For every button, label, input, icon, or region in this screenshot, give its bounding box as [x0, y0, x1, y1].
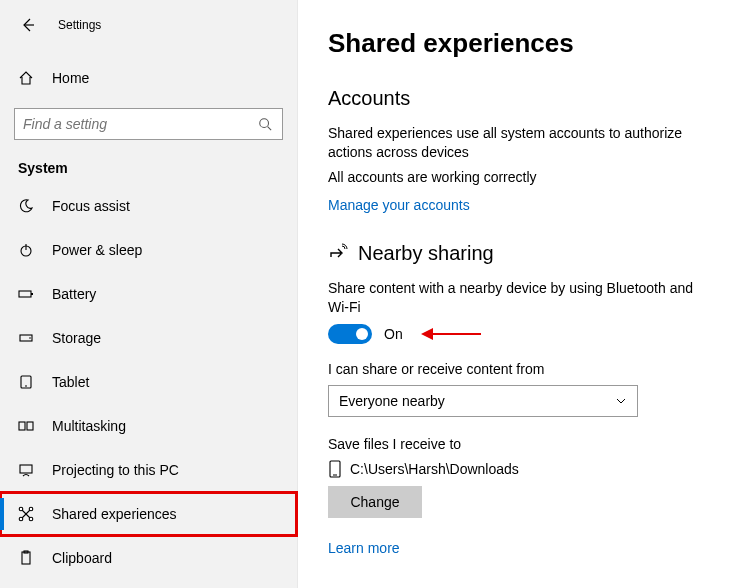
nearby-desc: Share content with a nearby device by us…	[328, 279, 714, 317]
category-label: System	[0, 148, 297, 184]
nav-label: Tablet	[52, 374, 89, 390]
svg-point-8	[29, 337, 31, 339]
svg-rect-12	[27, 422, 33, 430]
change-button[interactable]: Change	[328, 486, 422, 518]
nav-label: Battery	[52, 286, 96, 302]
nav-home-label: Home	[52, 70, 89, 86]
learn-more-link[interactable]: Learn more	[328, 540, 400, 556]
tablet-icon	[18, 374, 34, 390]
back-button[interactable]	[14, 11, 42, 39]
save-path-text: C:\Users\Harsh\Downloads	[350, 461, 519, 477]
share-icon	[328, 243, 348, 263]
window-title: Settings	[58, 18, 101, 32]
accounts-desc: Shared experiences use all system accoun…	[328, 124, 714, 162]
share-source-select[interactable]: Everyone nearby	[328, 385, 638, 417]
annotation-arrow	[421, 333, 481, 335]
svg-rect-6	[31, 293, 33, 295]
nav-item-shared-experiences[interactable]: Shared experiences	[0, 492, 297, 536]
nav-item-multitasking[interactable]: Multitasking	[0, 404, 297, 448]
search-icon	[258, 117, 274, 131]
nav-label: Storage	[52, 330, 101, 346]
projecting-icon	[18, 462, 34, 478]
nav-label: Focus assist	[52, 198, 130, 214]
nearby-heading-text: Nearby sharing	[358, 242, 494, 265]
svg-point-18	[19, 517, 23, 521]
shared-experiences-icon	[18, 506, 34, 522]
svg-line-2	[268, 127, 272, 131]
arrow-left-icon	[20, 17, 36, 33]
svg-rect-20	[22, 552, 30, 564]
select-value: Everyone nearby	[339, 393, 445, 409]
save-to-label: Save files I receive to	[328, 435, 714, 454]
nav-item-tablet[interactable]: Tablet	[0, 360, 297, 404]
accounts-status: All accounts are working correctly	[328, 168, 714, 187]
nearby-sharing-toggle[interactable]	[328, 324, 372, 344]
svg-point-19	[29, 517, 33, 521]
nav-item-projecting[interactable]: Projecting to this PC	[0, 448, 297, 492]
nearby-toggle-row: On	[328, 324, 714, 344]
clipboard-icon	[18, 550, 34, 566]
nav-label: Multitasking	[52, 418, 126, 434]
nav-label: Power & sleep	[52, 242, 142, 258]
svg-point-16	[19, 507, 23, 511]
svg-point-17	[29, 507, 33, 511]
svg-point-1	[260, 119, 269, 128]
chevron-down-icon	[615, 395, 627, 407]
nav-item-storage[interactable]: Storage	[0, 316, 297, 360]
header: Settings	[0, 4, 297, 46]
save-path-row: C:\Users\Harsh\Downloads	[328, 460, 714, 478]
nav-item-battery[interactable]: Battery	[0, 272, 297, 316]
search-box[interactable]	[14, 108, 283, 140]
sidebar: Settings Home System Focus assist Power …	[0, 0, 298, 588]
nav-item-power-sleep[interactable]: Power & sleep	[0, 228, 297, 272]
moon-icon	[18, 198, 34, 214]
power-icon	[18, 242, 34, 258]
accounts-heading: Accounts	[328, 87, 714, 110]
svg-rect-5	[19, 291, 31, 297]
page-title: Shared experiences	[328, 28, 714, 59]
device-icon	[328, 460, 342, 478]
toggle-state-label: On	[384, 326, 403, 342]
home-icon	[18, 70, 34, 86]
main-content: Shared experiences Accounts Shared exper…	[298, 0, 734, 588]
share-source-label: I can share or receive content from	[328, 360, 714, 379]
svg-rect-13	[20, 465, 32, 473]
nearby-heading: Nearby sharing	[328, 242, 714, 265]
nav-item-focus-assist[interactable]: Focus assist	[0, 184, 297, 228]
multitasking-icon	[18, 418, 34, 434]
svg-rect-11	[19, 422, 25, 430]
manage-accounts-link[interactable]: Manage your accounts	[328, 197, 470, 213]
nav-home[interactable]: Home	[0, 58, 297, 98]
search-input[interactable]	[23, 116, 258, 132]
nav-item-clipboard[interactable]: Clipboard	[0, 536, 297, 580]
storage-icon	[18, 330, 34, 346]
nav-label: Clipboard	[52, 550, 112, 566]
battery-icon	[18, 286, 34, 302]
nav-label: Projecting to this PC	[52, 462, 179, 478]
nav-label: Shared experiences	[52, 506, 177, 522]
